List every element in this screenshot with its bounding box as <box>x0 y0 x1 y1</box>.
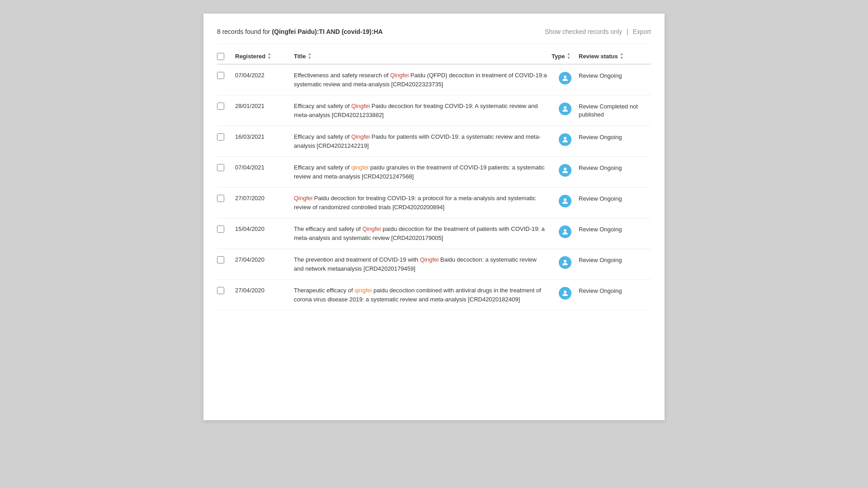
table-row: 07/04/2022Effectiveness and safety resea… <box>217 65 651 95</box>
status-cell: Review Ongoing <box>579 255 651 264</box>
title-cell[interactable]: Effectiveness and safety research of Qin… <box>294 71 552 89</box>
row-checkbox-cell[interactable] <box>217 71 235 79</box>
date-cell: 27/04/2020 <box>235 255 294 263</box>
title-label: Title <box>294 53 306 60</box>
row-checkbox-cell[interactable] <box>217 132 235 141</box>
table-body: 07/04/2022Effectiveness and safety resea… <box>217 65 651 310</box>
table-row: 27/07/2020Qingfei Paidu decoction for tr… <box>217 188 651 218</box>
row-checkbox[interactable] <box>217 225 224 233</box>
row-checkbox-cell[interactable] <box>217 194 235 202</box>
date-cell: 28/01/2021 <box>235 102 294 109</box>
date-cell: 27/04/2020 <box>235 286 294 294</box>
review-status-col-header[interactable]: Review status ▲▼ <box>579 52 651 60</box>
type-cell <box>552 286 579 300</box>
table-header: Registered ▲▼ Title ▲▼ Type ▲▼ Review st… <box>217 48 651 65</box>
review-status-label: Review status <box>579 53 618 60</box>
row-checkbox-cell[interactable] <box>217 225 235 233</box>
status-cell: Review Ongoing <box>579 194 651 203</box>
status-cell: Review Ongoing <box>579 286 651 295</box>
highlighted-term: qingfei <box>351 164 368 171</box>
svg-point-5 <box>564 229 566 232</box>
person-icon <box>559 133 571 146</box>
row-checkbox[interactable] <box>217 287 224 294</box>
show-checked-link[interactable]: Show checked records only <box>545 28 622 35</box>
title-cell[interactable]: Efficacy and safety of Qingfei Paidu dec… <box>294 102 552 119</box>
date-cell: 15/04/2020 <box>235 225 294 232</box>
person-icon <box>559 287 571 300</box>
person-icon <box>559 72 571 84</box>
title-cell[interactable]: Efficacy and safety of qingfei paidu gra… <box>294 163 552 181</box>
person-icon <box>559 256 571 269</box>
person-icon <box>559 103 571 115</box>
svg-point-3 <box>564 168 566 170</box>
date-cell: 07/04/2022 <box>235 71 294 79</box>
title-cell[interactable]: The efficacy and safety of Qingfei paidu… <box>294 225 552 242</box>
type-cell <box>552 225 579 238</box>
person-icon <box>559 195 571 207</box>
type-col-header[interactable]: Type ▲▼ <box>552 52 579 60</box>
search-query: (Qingfei Paidu):TI AND (covid-19):HA <box>272 28 382 35</box>
type-sort-icon[interactable]: ▲▼ <box>566 52 571 60</box>
highlighted-term: Qingfei <box>420 256 439 263</box>
highlighted-term: Qingfei <box>390 72 409 79</box>
registered-col-header[interactable]: Registered ▲▼ <box>235 52 294 60</box>
row-checkbox[interactable] <box>217 103 224 110</box>
row-checkbox[interactable] <box>217 195 224 202</box>
registered-sort-icon[interactable]: ▲▼ <box>267 52 271 60</box>
person-icon <box>559 164 571 177</box>
table-row: 27/04/2020The prevention and treatment o… <box>217 249 651 280</box>
row-checkbox-cell[interactable] <box>217 102 235 110</box>
svg-point-4 <box>564 198 566 201</box>
pipe-separator: | <box>627 28 628 35</box>
highlighted-term: Qingfei <box>351 103 370 109</box>
table-row: 16/03/2021Efficacy and safety of Qingfei… <box>217 126 651 157</box>
svg-point-2 <box>564 137 566 140</box>
row-checkbox[interactable] <box>217 133 224 141</box>
row-checkbox-cell[interactable] <box>217 255 235 263</box>
row-checkbox-cell[interactable] <box>217 286 235 294</box>
svg-point-6 <box>564 260 566 263</box>
select-all-checkbox[interactable] <box>217 53 224 60</box>
status-cell: Review Completed not published <box>579 102 651 119</box>
row-checkbox[interactable] <box>217 164 224 171</box>
title-cell[interactable]: The prevention and treatment of COVID-19… <box>294 255 552 273</box>
table-row: 28/01/2021Efficacy and safety of Qingfei… <box>217 95 651 126</box>
highlighted-term: qingfei <box>354 287 372 294</box>
type-cell <box>552 71 579 84</box>
person-icon <box>559 225 571 238</box>
type-cell <box>552 132 579 146</box>
highlighted-term: Qingfei <box>363 225 381 232</box>
review-status-sort-icon[interactable]: ▲▼ <box>620 52 624 60</box>
type-label: Type <box>552 53 565 60</box>
status-cell: Review Ongoing <box>579 71 651 80</box>
title-cell[interactable]: Efficacy and safety of Qingfei Paidu for… <box>294 132 552 150</box>
status-cell: Review Ongoing <box>579 163 651 172</box>
main-container: 8 records found for (Qingfei Paidu):TI A… <box>203 14 665 420</box>
export-link[interactable]: Export <box>633 28 651 35</box>
header-checkbox-cell[interactable] <box>217 52 235 60</box>
table-row: 15/04/2020The efficacy and safety of Qin… <box>217 218 651 249</box>
title-col-header[interactable]: Title ▲▼ <box>294 52 552 60</box>
date-cell: 16/03/2021 <box>235 132 294 140</box>
title-sort-icon[interactable]: ▲▼ <box>308 52 312 60</box>
records-count-text: 8 records found for <box>217 28 270 35</box>
row-checkbox[interactable] <box>217 256 224 263</box>
svg-point-0 <box>564 75 566 78</box>
top-actions: Show checked records only | Export <box>545 28 651 35</box>
svg-point-1 <box>564 106 566 109</box>
table-row: 07/04/2021Efficacy and safety of qingfei… <box>217 157 651 188</box>
svg-point-7 <box>564 291 566 293</box>
row-checkbox[interactable] <box>217 72 224 79</box>
registered-label: Registered <box>235 53 265 60</box>
highlighted-term: Qingfei <box>351 133 370 140</box>
date-cell: 07/04/2021 <box>235 163 294 171</box>
title-cell[interactable]: Qingfei Paidu decoction for treating COV… <box>294 194 552 211</box>
date-cell: 27/07/2020 <box>235 194 294 202</box>
title-cell[interactable]: Therapeutic efficacy of qingfei paidu de… <box>294 286 552 304</box>
row-checkbox-cell[interactable] <box>217 163 235 171</box>
table-row: 27/04/2020Therapeutic efficacy of qingfe… <box>217 280 651 310</box>
records-count: 8 records found for (Qingfei Paidu):TI A… <box>217 28 383 35</box>
status-cell: Review Ongoing <box>579 132 651 141</box>
type-cell <box>552 194 579 207</box>
top-bar: 8 records found for (Qingfei Paidu):TI A… <box>217 23 651 44</box>
